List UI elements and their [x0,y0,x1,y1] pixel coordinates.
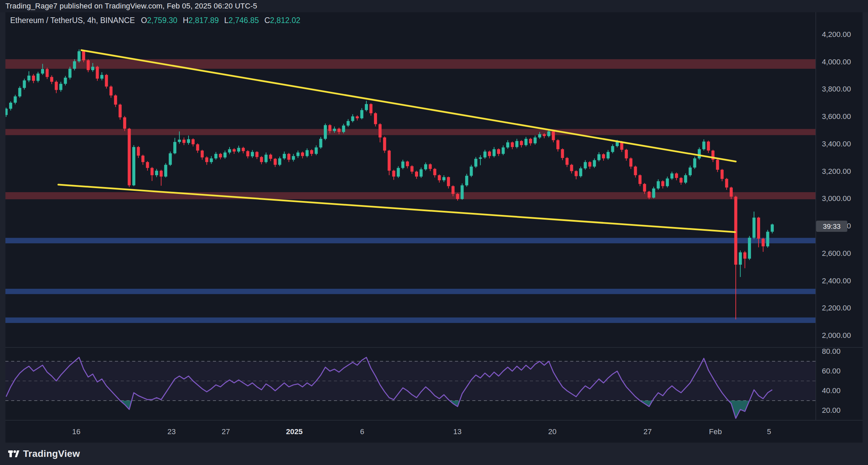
candle-body [9,103,12,109]
candle-body [561,149,564,158]
candle-body [319,139,322,147]
trendline-layer[interactable] [58,50,736,232]
candle-body [155,171,158,175]
candle-body [32,76,35,81]
candle-body [511,142,514,147]
candle-body [415,171,418,177]
candle-body [378,124,381,137]
symbol-title: Ethereum / TetherUS, 4h, BINANCE [10,16,135,25]
candle-body [433,169,436,175]
price-tick-label: 2,200.00 [822,304,851,312]
tradingview-snapshot: Trading_Rage7 published on TradingView.c… [0,0,868,465]
candle-body [255,152,258,157]
date-tick-label: 16 [61,427,92,436]
ohlc-close: C2,812.02 [264,16,300,25]
price-tick-label: 4,200.00 [822,30,851,39]
candle-body [105,75,108,86]
candle-body [424,164,427,169]
candlestick-layer [5,49,774,320]
candle-body [734,197,737,265]
candle-body [91,67,94,70]
candle-body [766,232,769,246]
candle-body [748,238,751,259]
candle-body [588,162,591,166]
candle-body [196,144,199,151]
candle-body [502,147,505,154]
candle-body [128,129,131,185]
candle-body [529,139,532,143]
candle-body [365,104,368,110]
candle-body [55,82,58,90]
candle-body [679,178,683,183]
rsi-tick-label: 80.00 [822,347,841,356]
rsi-layer [5,357,816,418]
candle-body [173,142,176,154]
date-tick-label: 27 [632,427,663,436]
tradingview-brand-link[interactable]: TradingView [7,448,80,460]
candle-body [342,125,345,132]
candle-body [388,150,391,170]
price-tick-label: 3,000.00 [822,194,851,203]
chart-canvas[interactable] [0,0,868,465]
candle-body [169,153,172,165]
date-tick-label: 6 [347,427,377,436]
candle-body [46,69,49,77]
candle-body [205,157,208,162]
candle-body [141,156,144,162]
candle-body [693,158,696,167]
candle-body [50,77,53,82]
candle-body [264,155,268,162]
resistance-zone [5,192,816,199]
candle-body [579,168,582,176]
candle-body [657,181,660,188]
candle-body [310,150,313,154]
candle-body [251,152,254,156]
candle-body [593,160,596,167]
candle-body [119,105,122,118]
rsi-tick-label: 20.00 [822,406,841,415]
candle-body [333,129,336,131]
candle-body [648,191,651,198]
rsi-tick-label: 60.00 [822,367,841,376]
bottom-bar: TradingView [0,443,868,465]
candle-body [707,142,710,151]
candle-body [534,138,537,143]
candle-body [219,154,222,157]
support-zone [5,238,816,243]
date-tick-label: 5 [754,427,784,436]
candle-body [228,149,231,153]
candle-body [543,134,546,136]
candle-body [301,153,304,156]
candle-body [702,142,705,149]
candle-body [41,69,44,74]
candle-body [182,140,185,143]
support-zone [5,289,816,294]
price-tick-label: 2,400.00 [822,277,851,285]
tradingview-logo-text: TradingView [23,448,80,459]
candle-body [515,141,518,147]
candle-body [465,176,468,185]
candle-body [643,184,646,192]
candle-body [187,139,190,143]
candle-body [337,129,340,132]
candle-body [246,151,249,156]
candle-body [328,125,331,131]
candle-body [479,157,482,159]
candle-body [556,140,559,149]
candle-body [721,170,724,179]
candle-body [474,159,477,167]
candle-body [634,167,637,175]
candle-body [123,117,126,129]
candle-body [447,177,450,186]
candle-body [82,51,85,60]
candle-body [214,154,217,158]
candle-body [730,187,733,197]
candle-body [160,171,163,177]
candle-body [739,252,742,265]
countdown-text: 39:33 [823,222,841,230]
candle-body [638,175,642,184]
candle-body [725,179,728,187]
candle-body [625,150,628,158]
candle-body [347,121,350,125]
candle-body [210,158,213,162]
